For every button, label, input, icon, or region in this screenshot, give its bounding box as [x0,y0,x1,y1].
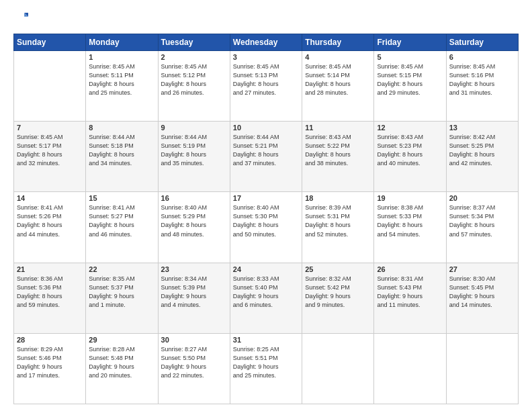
day-info: Sunrise: 8:43 AM Sunset: 5:22 PM Dayligh… [305,133,371,168]
calendar-day-22: 22Sunrise: 8:35 AM Sunset: 5:37 PM Dayli… [86,263,158,333]
calendar-day-27: 27Sunrise: 8:30 AM Sunset: 5:45 PM Dayli… [446,263,518,333]
calendar-day-18: 18Sunrise: 8:39 AM Sunset: 5:31 PM Dayli… [302,192,374,263]
day-info: Sunrise: 8:44 AM Sunset: 5:19 PM Dayligh… [161,133,227,168]
calendar-day-4: 4Sunrise: 8:45 AM Sunset: 5:14 PM Daylig… [302,51,374,122]
weekday-header-tuesday: Tuesday [158,34,230,51]
calendar-day-28: 28Sunrise: 8:29 AM Sunset: 5:46 PM Dayli… [14,333,86,404]
day-number: 19 [377,194,443,202]
day-info: Sunrise: 8:45 AM Sunset: 5:11 PM Dayligh… [89,62,154,97]
day-info: Sunrise: 8:44 AM Sunset: 5:21 PM Dayligh… [233,133,299,168]
day-info: Sunrise: 8:30 AM Sunset: 5:45 PM Dayligh… [449,275,515,310]
day-number: 30 [161,336,227,344]
day-number: 1 [89,53,154,61]
day-number: 23 [161,265,227,273]
day-number: 14 [17,194,83,202]
day-number: 8 [89,124,154,132]
calendar-day-30: 30Sunrise: 8:27 AM Sunset: 5:50 PM Dayli… [158,333,230,404]
weekday-header-wednesday: Wednesday [230,34,302,51]
calendar-day-20: 20Sunrise: 8:37 AM Sunset: 5:34 PM Dayli… [446,192,518,263]
calendar-day-9: 9Sunrise: 8:44 AM Sunset: 5:19 PM Daylig… [158,122,230,192]
day-info: Sunrise: 8:34 AM Sunset: 5:39 PM Dayligh… [161,275,227,310]
day-number: 28 [17,336,83,344]
day-info: Sunrise: 8:33 AM Sunset: 5:40 PM Dayligh… [233,275,299,310]
calendar-day-26: 26Sunrise: 8:31 AM Sunset: 5:43 PM Dayli… [374,263,446,333]
day-info: Sunrise: 8:45 AM Sunset: 5:14 PM Dayligh… [305,62,371,97]
calendar-day-12: 12Sunrise: 8:43 AM Sunset: 5:23 PM Dayli… [374,122,446,192]
calendar-header-row: SundayMondayTuesdayWednesdayThursdayFrid… [14,34,519,51]
day-number: 17 [233,194,299,202]
day-info: Sunrise: 8:42 AM Sunset: 5:25 PM Dayligh… [449,133,515,168]
header [13,11,519,28]
day-number: 29 [89,336,154,344]
day-info: Sunrise: 8:40 AM Sunset: 5:29 PM Dayligh… [161,203,227,238]
calendar-day-14: 14Sunrise: 8:41 AM Sunset: 5:26 PM Dayli… [14,192,86,263]
day-info: Sunrise: 8:45 AM Sunset: 5:12 PM Dayligh… [161,62,227,97]
day-info: Sunrise: 8:31 AM Sunset: 5:43 PM Dayligh… [377,275,443,310]
day-info: Sunrise: 8:40 AM Sunset: 5:30 PM Dayligh… [233,203,299,238]
day-number: 18 [305,194,371,202]
calendar-day-2: 2Sunrise: 8:45 AM Sunset: 5:12 PM Daylig… [158,51,230,122]
calendar-day-24: 24Sunrise: 8:33 AM Sunset: 5:40 PM Dayli… [230,263,302,333]
calendar-day-31: 31Sunrise: 8:25 AM Sunset: 5:51 PM Dayli… [230,333,302,404]
calendar-table: SundayMondayTuesdayWednesdayThursdayFrid… [13,34,519,404]
calendar-day-3: 3Sunrise: 8:45 AM Sunset: 5:13 PM Daylig… [230,51,302,122]
calendar-day-25: 25Sunrise: 8:32 AM Sunset: 5:42 PM Dayli… [302,263,374,333]
calendar-day-empty [446,333,518,404]
weekday-header-monday: Monday [86,34,158,51]
day-number: 2 [161,53,227,61]
day-info: Sunrise: 8:35 AM Sunset: 5:37 PM Dayligh… [89,275,154,310]
day-info: Sunrise: 8:43 AM Sunset: 5:23 PM Dayligh… [377,133,443,168]
calendar-day-1: 1Sunrise: 8:45 AM Sunset: 5:11 PM Daylig… [86,51,158,122]
weekday-header-thursday: Thursday [302,34,374,51]
day-info: Sunrise: 8:25 AM Sunset: 5:51 PM Dayligh… [233,345,299,380]
day-number: 10 [233,124,299,132]
logo [13,11,30,28]
weekday-header-friday: Friday [374,34,446,51]
day-number: 9 [161,124,227,132]
day-info: Sunrise: 8:45 AM Sunset: 5:13 PM Dayligh… [233,62,299,97]
day-number: 11 [305,124,371,132]
day-info: Sunrise: 8:45 AM Sunset: 5:16 PM Dayligh… [449,62,515,97]
day-number: 25 [305,265,371,273]
day-number: 15 [89,194,154,202]
day-number: 27 [449,265,515,273]
day-number: 7 [17,124,83,132]
calendar-week-row: 7Sunrise: 8:45 AM Sunset: 5:17 PM Daylig… [14,122,519,192]
calendar-day-17: 17Sunrise: 8:40 AM Sunset: 5:30 PM Dayli… [230,192,302,263]
day-number: 12 [377,124,443,132]
day-number: 31 [233,336,299,344]
day-info: Sunrise: 8:28 AM Sunset: 5:48 PM Dayligh… [89,345,154,380]
day-info: Sunrise: 8:45 AM Sunset: 5:17 PM Dayligh… [17,133,83,168]
calendar-day-29: 29Sunrise: 8:28 AM Sunset: 5:48 PM Dayli… [86,333,158,404]
day-info: Sunrise: 8:36 AM Sunset: 5:36 PM Dayligh… [17,275,83,310]
calendar-day-empty [14,51,86,122]
day-number: 3 [233,53,299,61]
day-number: 21 [17,265,83,273]
day-info: Sunrise: 8:39 AM Sunset: 5:31 PM Dayligh… [305,203,371,238]
day-info: Sunrise: 8:27 AM Sunset: 5:50 PM Dayligh… [161,345,227,380]
calendar-day-15: 15Sunrise: 8:41 AM Sunset: 5:27 PM Dayli… [86,192,158,263]
day-number: 26 [377,265,443,273]
day-number: 5 [377,53,443,61]
day-info: Sunrise: 8:41 AM Sunset: 5:26 PM Dayligh… [17,203,83,238]
calendar-day-21: 21Sunrise: 8:36 AM Sunset: 5:36 PM Dayli… [14,263,86,333]
calendar-week-row: 28Sunrise: 8:29 AM Sunset: 5:46 PM Dayli… [14,333,519,404]
calendar-day-empty [302,333,374,404]
calendar-day-5: 5Sunrise: 8:45 AM Sunset: 5:15 PM Daylig… [374,51,446,122]
calendar-week-row: 14Sunrise: 8:41 AM Sunset: 5:26 PM Dayli… [14,192,519,263]
day-info: Sunrise: 8:45 AM Sunset: 5:15 PM Dayligh… [377,62,443,97]
day-info: Sunrise: 8:29 AM Sunset: 5:46 PM Dayligh… [17,345,83,380]
calendar-day-7: 7Sunrise: 8:45 AM Sunset: 5:17 PM Daylig… [14,122,86,192]
day-info: Sunrise: 8:32 AM Sunset: 5:42 PM Dayligh… [305,275,371,310]
weekday-header-sunday: Sunday [14,34,86,51]
day-number: 20 [449,194,515,202]
day-info: Sunrise: 8:41 AM Sunset: 5:27 PM Dayligh… [89,203,154,238]
calendar-day-8: 8Sunrise: 8:44 AM Sunset: 5:18 PM Daylig… [86,122,158,192]
day-number: 13 [449,124,515,132]
logo-icon [13,11,28,26]
day-number: 24 [233,265,299,273]
calendar-week-row: 21Sunrise: 8:36 AM Sunset: 5:36 PM Dayli… [14,263,519,333]
day-number: 22 [89,265,154,273]
calendar-day-16: 16Sunrise: 8:40 AM Sunset: 5:29 PM Dayli… [158,192,230,263]
calendar-day-6: 6Sunrise: 8:45 AM Sunset: 5:16 PM Daylig… [446,51,518,122]
